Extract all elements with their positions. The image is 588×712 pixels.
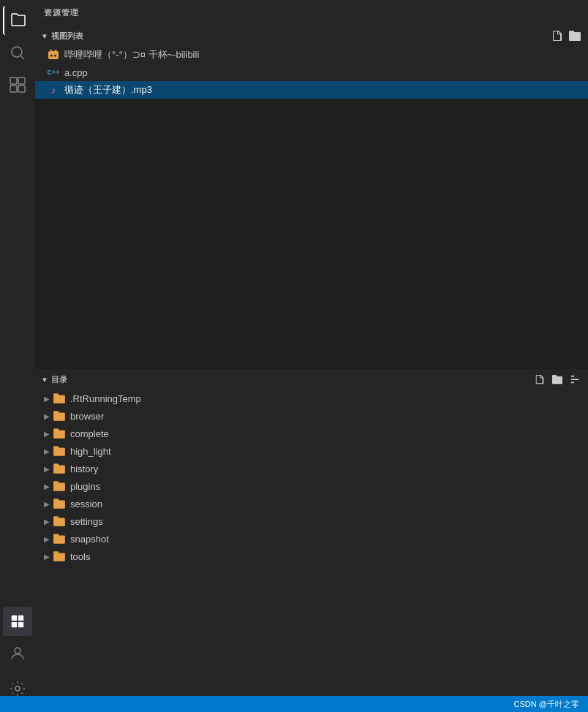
svg-rect-6 [18, 616, 23, 621]
folder-icon-browser [53, 409, 66, 423]
folder-label-rtrunningtemp: .RtRunningTemp [70, 393, 141, 404]
view-list-header[interactable]: ▼ 视图列表 [35, 26, 588, 46]
tree-item-tools[interactable]: ▶ tools [35, 548, 588, 565]
activity-icon-extension-active[interactable] [3, 607, 32, 636]
folder-icon-tools [53, 550, 66, 563]
resource-management-title: 资源管理 [44, 7, 79, 18]
view-item-cpp-label: a.cpp [64, 67, 88, 78]
folder-icon-snapshot [53, 532, 66, 545]
view-list-section: ▼ 视图列表 [35, 26, 588, 99]
status-bar: CSDN @千叶之零 [0, 696, 588, 712]
expand-rtrunningtemp[interactable]: ▶ [41, 393, 53, 404]
expand-high-light[interactable]: ▶ [41, 445, 53, 457]
cpp-file-icon: C++ [47, 66, 60, 79]
folder-label-snapshot: snapshot [70, 534, 109, 545]
view-item-bilibili[interactable]: 哔哩哔哩（°-°）⊃¤ 干杯~-bilibili [35, 46, 588, 64]
svg-rect-2 [18, 77, 25, 84]
view-list-label: 视图列表 [51, 31, 83, 42]
folder-icon-plugins [53, 480, 66, 493]
directory-header[interactable]: ▼ 目录 [35, 369, 588, 390]
directory-chevron: ▼ [41, 376, 48, 384]
activity-icon-extensions[interactable] [3, 70, 32, 99]
expand-history[interactable]: ▶ [41, 463, 53, 474]
svg-point-13 [54, 55, 56, 57]
expand-snapshot[interactable]: ▶ [41, 533, 53, 545]
expand-complete[interactable]: ▶ [41, 428, 53, 439]
tree-item-history[interactable]: ▶ history [35, 460, 588, 477]
view-items: 哔哩哔哩（°-°）⊃¤ 干杯~-bilibili C++ a.cpp ♪ 循迹（… [35, 46, 588, 99]
folder-label-high-light: high_light [70, 446, 111, 457]
folder-label-settings: settings [70, 516, 103, 527]
directory-actions [532, 372, 582, 387]
svg-point-9 [15, 648, 20, 654]
folder-label-complete: complete [70, 428, 109, 439]
new-folder-icon[interactable] [568, 29, 582, 43]
bilibili-file-icon [47, 48, 60, 61]
folder-label-history: history [70, 463, 98, 474]
sidebar: 资源管理 ▼ 视图列表 [35, 0, 588, 712]
folder-icon-session [53, 497, 66, 510]
svg-rect-7 [12, 622, 17, 627]
view-list-actions [550, 29, 582, 43]
svg-rect-3 [10, 86, 17, 92]
status-bar-text: CSDN @千叶之零 [514, 699, 579, 710]
svg-rect-1 [10, 77, 17, 84]
view-item-bilibili-label: 哔哩哔哩（°-°）⊃¤ 干杯~-bilibili [64, 48, 199, 61]
dir-new-file-icon[interactable] [532, 372, 547, 387]
mp3-file-icon: ♪ [47, 83, 60, 96]
svg-point-12 [50, 55, 53, 57]
svg-rect-11 [48, 51, 59, 59]
tree-item-complete[interactable]: ▶ complete [35, 425, 588, 442]
folder-icon-rtrunningtemp [53, 392, 66, 405]
tree-item-snapshot[interactable]: ▶ snapshot [35, 530, 588, 548]
svg-rect-5 [12, 616, 17, 621]
view-item-mp3-label: 循迹（王子建）.mp3 [64, 83, 152, 96]
view-item-mp3[interactable]: ♪ 循迹（王子建）.mp3 [35, 81, 588, 99]
directory-section: ▼ 目录 [35, 369, 588, 712]
tree-item-session[interactable]: ▶ session [35, 495, 588, 512]
resource-management-header: 资源管理 [35, 0, 588, 26]
activity-icon-account[interactable] [3, 639, 32, 668]
folder-icon-history [53, 462, 66, 475]
preview-area [35, 99, 588, 369]
folder-label-plugins: plugins [70, 481, 100, 492]
expand-settings[interactable]: ▶ [41, 515, 53, 527]
expand-plugins[interactable]: ▶ [41, 480, 53, 492]
tree-item-rtrunningtemp[interactable]: ▶ .RtRunningTemp [35, 390, 588, 407]
folder-icon-complete [53, 427, 66, 440]
expand-session[interactable]: ▶ [41, 498, 53, 510]
tree-item-high-light[interactable]: ▶ high_light [35, 442, 588, 460]
directory-label: 目录 [51, 374, 67, 385]
svg-rect-8 [18, 622, 23, 627]
expand-browser[interactable]: ▶ [41, 410, 53, 422]
folder-label-session: session [70, 499, 102, 510]
folder-label-browser: browser [70, 411, 104, 422]
folder-icon-high-light [53, 444, 66, 458]
folder-label-tools: tools [70, 551, 90, 562]
view-list-chevron: ▼ [41, 32, 48, 40]
activity-bar [0, 0, 35, 712]
expand-tools[interactable]: ▶ [41, 550, 53, 562]
tree-item-settings[interactable]: ▶ settings [35, 512, 588, 530]
new-file-icon[interactable] [550, 29, 565, 43]
svg-point-0 [12, 47, 22, 57]
folder-icon-settings [53, 515, 66, 528]
view-item-cpp[interactable]: C++ a.cpp [35, 64, 588, 81]
dir-new-folder-icon[interactable] [550, 372, 565, 387]
activity-icon-explorer[interactable] [3, 6, 32, 35]
activity-icon-search[interactable] [3, 38, 32, 67]
directory-tree: ▶ .RtRunningTemp ▶ browser ▶ [35, 390, 588, 712]
tree-item-plugins[interactable]: ▶ plugins [35, 477, 588, 495]
dir-collapse-icon[interactable] [568, 372, 582, 387]
tree-item-browser[interactable]: ▶ browser [35, 407, 588, 425]
svg-point-10 [15, 686, 20, 691]
svg-rect-4 [18, 86, 25, 92]
